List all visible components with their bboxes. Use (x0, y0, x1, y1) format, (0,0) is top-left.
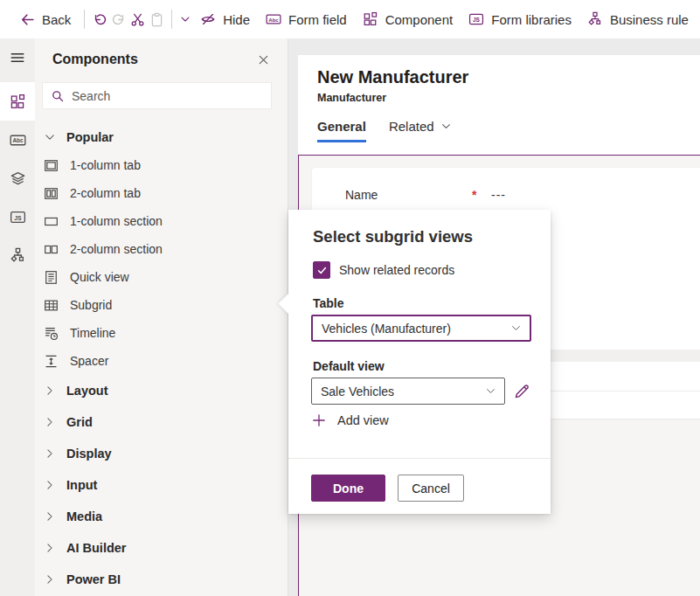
business-rule-icon (10, 247, 26, 264)
group-header-grid[interactable]: Grid (35, 406, 288, 438)
group-header-display[interactable]: Display (35, 438, 288, 469)
component-item-2-column-section[interactable]: 2-column section (35, 235, 288, 263)
form-field-button[interactable]: Abc Form field (258, 4, 355, 34)
search-icon (51, 89, 65, 103)
svg-text:Abc: Abc (12, 137, 24, 143)
back-button[interactable]: Back (12, 4, 79, 34)
two-column-section-icon (44, 242, 59, 257)
component-item-label: Subgrid (70, 298, 112, 312)
panel-close-button[interactable] (251, 47, 275, 72)
components-panel-header: Components (35, 38, 288, 80)
table-dropdown[interactable]: Vehicles (Manufacturer) (311, 315, 531, 342)
command-bar: Back Hide Abc Form field Component (0, 0, 700, 38)
add-view-button[interactable]: Add view (312, 413, 389, 427)
tab-general[interactable]: General (317, 119, 366, 142)
group-header-input[interactable]: Input (35, 469, 288, 501)
back-arrow-icon (20, 12, 35, 27)
component-item-label: 2-column tab (70, 186, 141, 200)
component-label: Component (385, 12, 454, 27)
show-related-records-checkbox[interactable] (313, 261, 330, 279)
rail-item-form-fields[interactable]: Abc (0, 121, 35, 159)
dialog-title: Select subgrid views (313, 227, 473, 246)
group-header-ai-builder[interactable]: AI Builder (35, 532, 288, 564)
back-label: Back (42, 12, 71, 27)
show-related-records-label: Show related records (339, 263, 454, 277)
tab-label: Related (389, 119, 434, 134)
field-value[interactable]: --- (491, 188, 506, 202)
menu-hamburger-button[interactable] (0, 38, 35, 77)
search-box[interactable] (42, 82, 272, 109)
spacer-icon (44, 354, 59, 369)
component-item-2-column-tab[interactable]: 2-column tab (35, 179, 288, 207)
component-item-subgrid[interactable]: Subgrid (35, 291, 288, 319)
form-libraries-js-icon: JS (468, 11, 484, 27)
show-related-records-row[interactable]: Show related records (313, 261, 454, 279)
components-icon (10, 94, 26, 110)
svg-text:JS: JS (14, 214, 22, 220)
components-panel: Components Popular 1-column tab 2-column… (35, 38, 288, 596)
component-item-timeline[interactable]: Timeline (35, 319, 288, 347)
default-view-dropdown[interactable]: Sale Vehicles (311, 378, 505, 405)
rail-item-business-rules[interactable] (0, 236, 35, 274)
group-header-popular[interactable]: Popular (35, 123, 288, 151)
more-commands-button[interactable] (177, 4, 192, 34)
paste-clipboard-icon (149, 12, 164, 27)
component-item-1-column-section[interactable]: 1-column section (35, 207, 288, 235)
chevron-right-icon (44, 416, 56, 428)
select-subgrid-views-dialog: Select subgrid views Show related record… (288, 210, 551, 514)
rail-item-form-libraries[interactable]: JS (0, 198, 35, 236)
undo-button[interactable] (90, 4, 109, 34)
paste-button[interactable] (148, 4, 167, 34)
form-field-label: Form field (288, 12, 347, 27)
form-libraries-button[interactable]: JS Form libraries (461, 4, 579, 34)
redo-button[interactable] (109, 4, 128, 34)
one-column-section-icon (44, 214, 59, 229)
cancel-button[interactable]: Cancel (398, 475, 464, 502)
rail-item-components[interactable] (0, 82, 35, 121)
plus-icon (312, 413, 326, 427)
component-item-1-column-tab[interactable]: 1-column tab (35, 151, 288, 179)
field-label[interactable]: Name (345, 188, 378, 202)
js-icon: JS (10, 209, 26, 225)
component-button[interactable]: Component (355, 4, 461, 34)
component-item-spacer[interactable]: Spacer (35, 347, 288, 375)
toolbar-separator (171, 10, 172, 29)
business-rule-label: Business rule (610, 12, 689, 27)
business-rule-icon (587, 11, 603, 27)
rail-item-tree-view[interactable] (0, 159, 35, 198)
left-rail: Abc JS (0, 38, 35, 596)
abc-field-icon: Abc (10, 132, 26, 149)
group-header-media[interactable]: Media (35, 501, 288, 532)
done-button[interactable]: Done (311, 475, 385, 502)
group-label: Power BI (66, 572, 121, 586)
form-tabs: General Related (317, 119, 452, 142)
group-label: Popular (66, 130, 114, 144)
business-rule-button[interactable]: Business rule (579, 4, 697, 34)
tab-related[interactable]: Related (389, 119, 452, 134)
timeline-icon (44, 326, 59, 341)
component-item-quick-view[interactable]: Quick view (35, 263, 288, 291)
group-header-power-bi[interactable]: Power BI (35, 564, 288, 595)
chevron-right-icon (44, 447, 56, 460)
form-title: New Manufacturer (317, 67, 468, 87)
group-header-layout[interactable]: Layout (35, 375, 288, 406)
form-field-abc-icon: Abc (266, 11, 281, 27)
search-input[interactable] (72, 89, 263, 103)
chevron-down-icon (485, 385, 496, 397)
group-label: Display (66, 447, 112, 461)
quick-view-icon (44, 270, 59, 285)
one-column-tab-icon (44, 158, 59, 173)
toolbar-separator (84, 10, 85, 29)
svg-text:Abc: Abc (268, 17, 279, 23)
close-icon (257, 53, 270, 66)
hide-button[interactable]: Hide (192, 4, 258, 34)
component-item-label: Timeline (70, 326, 115, 340)
edit-view-button[interactable] (510, 379, 533, 402)
chevron-down-icon (510, 322, 522, 334)
chevron-down-icon (440, 121, 452, 132)
default-view-dropdown-value: Sale Vehicles (321, 385, 394, 398)
redo-icon (111, 12, 126, 27)
component-icon (363, 11, 378, 27)
cut-button[interactable] (128, 4, 148, 34)
component-item-label: 2-column section (70, 242, 163, 256)
